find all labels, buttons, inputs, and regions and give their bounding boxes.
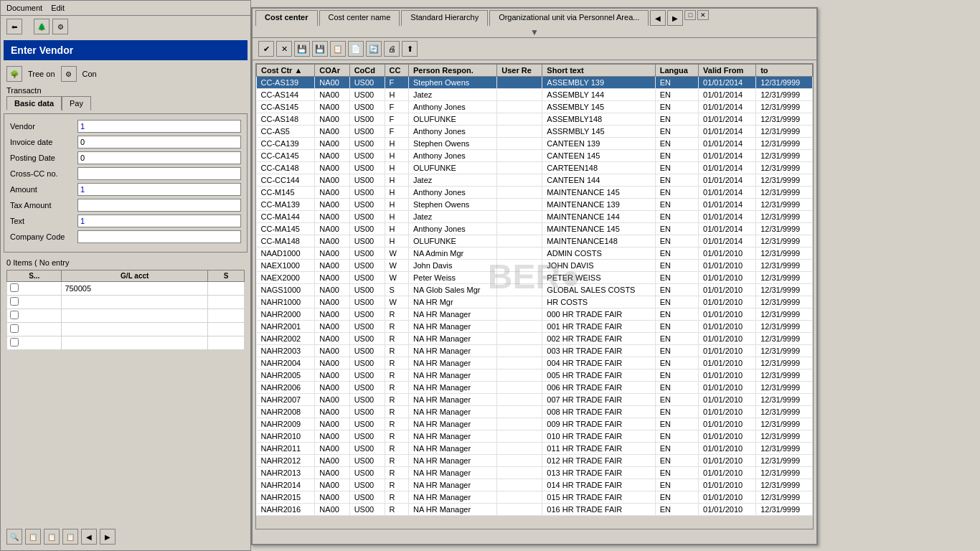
company-code-label: Company Code: [10, 232, 75, 241]
cell-lang: EN: [655, 187, 698, 199]
prev-tab-btn[interactable]: ◀: [650, 10, 666, 26]
cell-from: 01/01/2014: [699, 150, 756, 162]
close-btn[interactable]: ✕: [697, 10, 709, 20]
cell-to: 12/31/9999: [756, 430, 813, 443]
cell-person: Jatez: [408, 174, 496, 187]
bottom-btn-2[interactable]: 📋: [25, 529, 41, 545]
bottom-btn-1[interactable]: 🔍: [6, 529, 22, 545]
cell-short: MAINTENANCE148: [542, 235, 655, 248]
cell-short: CANTEEN 144: [542, 174, 655, 187]
table-row[interactable]: NAHR2009 NA00 US00 R NA HR Manager 009 H…: [257, 418, 813, 430]
tab-basic-data[interactable]: Basic data: [6, 96, 62, 110]
table-row[interactable]: CC-AS139 NA00 US00 F Stephen Owens ASSEM…: [257, 77, 813, 89]
table-row[interactable]: CC-MA148 NA00 US00 H OLUFUNKE MAINTENANC…: [257, 235, 813, 248]
table-row[interactable]: NAHR2007 NA00 US00 R NA HR Manager 007 H…: [257, 394, 813, 406]
cell-from: 01/01/2010: [699, 333, 756, 345]
amount-input[interactable]: [77, 183, 241, 196]
cell-user-re: [497, 430, 542, 443]
bottom-btn-4[interactable]: 📋: [62, 529, 78, 545]
table-row[interactable]: CC-CA139 NA00 US00 H Stephen Owens CANTE…: [257, 138, 813, 150]
table-row[interactable]: CC-MA144 NA00 US00 H Jatez MAINTENANCE 1…: [257, 211, 813, 223]
refresh-btn[interactable]: 🔄: [366, 41, 382, 57]
table-row[interactable]: CC-MA145 NA00 US00 H Anthony Jones MAINT…: [257, 223, 813, 235]
cell-from: 01/01/2014: [699, 235, 756, 248]
bottom-btn-6[interactable]: ▶: [100, 529, 116, 545]
conf2-btn[interactable]: ⚙: [61, 66, 77, 82]
table-row[interactable]: CC-CA148 NA00 US00 H OLUFUNKE CARTEEN148…: [257, 162, 813, 174]
tab-org-unit[interactable]: Organizational unit via Personnel Area..…: [489, 10, 649, 26]
table-row[interactable]: NAHR1000 NA00 US00 W NA HR Mgr HR COSTS …: [257, 296, 813, 309]
items-table: S... G/L acct S 750005: [6, 270, 245, 350]
tree-btn[interactable]: 🌲: [34, 19, 50, 34]
cross-cc-input[interactable]: [77, 167, 241, 180]
edit-menu[interactable]: Edit: [51, 4, 65, 12]
tax-amount-input[interactable]: [77, 199, 241, 212]
table-row[interactable]: NAHR2014 NA00 US00 R NA HR Manager 014 H…: [257, 479, 813, 491]
table-row[interactable]: NAHR2011 NA00 US00 R NA HR Manager 011 H…: [257, 443, 813, 455]
cell-user-re: [497, 89, 542, 101]
table-row[interactable]: CC-CA145 NA00 US00 H Anthony Jones CANTE…: [257, 150, 813, 162]
print-btn[interactable]: 🖨: [384, 41, 400, 57]
table-row[interactable]: NAGS1000 NA00 US00 S NA Glob Sales Mgr G…: [257, 284, 813, 296]
tab-standard-hierarchy[interactable]: Standard Hierarchy: [401, 10, 488, 26]
invoice-date-input[interactable]: [77, 136, 241, 149]
bottom-btn-5[interactable]: ◀: [81, 529, 97, 545]
next-tab-btn[interactable]: ▶: [667, 10, 683, 26]
posting-date-input[interactable]: [77, 151, 241, 164]
table-row[interactable]: NAHR2002 NA00 US00 R NA HR Manager 002 H…: [257, 333, 813, 345]
document-menu[interactable]: Document: [6, 4, 42, 12]
cell-cost-ctr: CC-MA139: [257, 199, 315, 211]
cell-coar: NA00: [315, 150, 349, 162]
back-btn[interactable]: ⬅: [6, 19, 22, 34]
maximize-btn[interactable]: □: [684, 10, 696, 20]
table-row[interactable]: NAHR2010 NA00 US00 R NA HR Manager 010 H…: [257, 430, 813, 443]
table-row[interactable]: CC-AS148 NA00 US00 F OLUFUNKE ASSEMBLY14…: [257, 113, 813, 126]
bottom-btn-3[interactable]: 📋: [44, 529, 60, 545]
table-row[interactable]: NAHR2016 NA00 US00 R NA HR Manager 016 H…: [257, 504, 813, 516]
copy-btn[interactable]: 📋: [330, 41, 346, 57]
cell-coar: NA00: [315, 443, 349, 455]
company-code-row: Company Code: [10, 230, 241, 243]
table-row[interactable]: NAAD1000 NA00 US00 W NA Admin Mgr ADMIN …: [257, 248, 813, 260]
text-input[interactable]: [77, 215, 241, 227]
save2-btn[interactable]: 💾: [312, 41, 328, 57]
save-btn[interactable]: 💾: [294, 41, 310, 57]
cell-lang: EN: [655, 296, 698, 309]
table-row[interactable]: NAHR2015 NA00 US00 R NA HR Manager 015 H…: [257, 491, 813, 504]
table-row[interactable]: NAHR2008 NA00 US00 R NA HR Manager 008 H…: [257, 406, 813, 418]
table-row[interactable]: NAHR2000 NA00 US00 R NA HR Manager 000 H…: [257, 309, 813, 321]
table-row[interactable]: NAHR2006 NA00 US00 R NA HR Manager 006 H…: [257, 382, 813, 394]
table-row[interactable]: NAEX1000 NA00 US00 W John Davis JOHN DAV…: [257, 260, 813, 272]
table-row[interactable]: CC-AS145 NA00 US00 F Anthony Jones ASSEM…: [257, 101, 813, 113]
cell-coar: NA00: [315, 321, 349, 333]
cell-to: 12/31/9999: [756, 345, 813, 357]
items-row: 750005: [7, 282, 245, 296]
table-row[interactable]: NAEX2000 NA00 US00 W Peter Weiss PETER W…: [257, 272, 813, 284]
cell-user-re: [497, 162, 542, 174]
tab-cost-center-name[interactable]: Cost center name: [319, 10, 400, 26]
cell-cocd: US00: [349, 162, 385, 174]
check-btn[interactable]: ✔: [258, 41, 274, 57]
conf-btn[interactable]: ⚙: [52, 19, 68, 34]
table-row[interactable]: CC-M145 NA00 US00 H Anthony Jones MAINTE…: [257, 187, 813, 199]
upload-btn[interactable]: ⬆: [402, 41, 418, 57]
table-row[interactable]: CC-AS144 NA00 US00 H Jatez ASSEMBLY 144 …: [257, 89, 813, 101]
cell-lang: EN: [655, 150, 698, 162]
table-row[interactable]: NAHR2012 NA00 US00 R NA HR Manager 012 H…: [257, 455, 813, 467]
vendor-input[interactable]: [77, 120, 241, 133]
table-row[interactable]: NAHR2001 NA00 US00 R NA HR Manager 001 H…: [257, 321, 813, 333]
cell-coar: NA00: [315, 138, 349, 150]
table-row[interactable]: NAHR2003 NA00 US00 R NA HR Manager 003 H…: [257, 345, 813, 357]
tree-on-btn[interactable]: 🌳: [6, 66, 22, 82]
table-row[interactable]: NAHR2013 NA00 US00 R NA HR Manager 013 H…: [257, 467, 813, 479]
table-row[interactable]: NAHR2004 NA00 US00 R NA HR Manager 004 H…: [257, 357, 813, 369]
copy2-btn[interactable]: 📄: [348, 41, 364, 57]
company-code-input[interactable]: [77, 230, 241, 243]
table-row[interactable]: CC-AS5 NA00 US00 F Anthony Jones ASSRMBL…: [257, 126, 813, 138]
tab-pay[interactable]: Pay: [62, 96, 91, 110]
table-row[interactable]: NAHR2005 NA00 US00 R NA HR Manager 005 H…: [257, 369, 813, 382]
table-row[interactable]: CC-CC144 NA00 US00 H Jatez CANTEEN 144 E…: [257, 174, 813, 187]
tab-cost-center[interactable]: Cost center: [255, 10, 318, 26]
table-row[interactable]: CC-MA139 NA00 US00 H Stephen Owens MAINT…: [257, 199, 813, 211]
x-btn[interactable]: ✕: [276, 41, 292, 57]
